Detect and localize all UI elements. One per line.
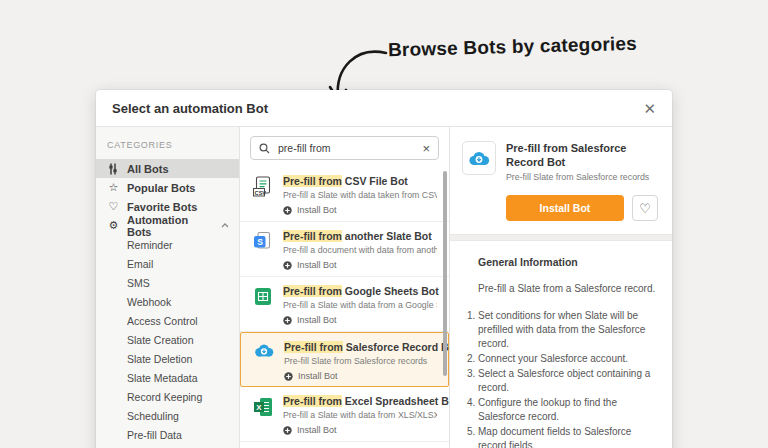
detail-subtitle: Pre-fill Slate from Salesforce records xyxy=(506,172,660,183)
svg-text:X: X xyxy=(256,403,262,412)
bot-detail-header: Pre-fill from Salesforce Record Bot Pre-… xyxy=(450,127,672,193)
install-bot-action[interactable]: Install Bot xyxy=(284,371,436,381)
salesforce-cloud-icon xyxy=(462,141,496,175)
sidebar-subitem-slate-creation[interactable]: Slate Creation xyxy=(96,330,239,349)
modal-body: CATEGORIES All Bots ☆ Popular Bots ♡ Fav… xyxy=(96,127,672,448)
install-bot-action[interactable]: Install Bot xyxy=(283,205,437,215)
sidebar-item-label: All Bots xyxy=(127,163,169,175)
page: { "annotation": { "text": "Browse Bots b… xyxy=(0,0,768,448)
setup-steps-list: Set conditions for when Slate will be pr… xyxy=(462,309,659,448)
install-label: Install Bot xyxy=(298,371,338,381)
install-icon xyxy=(283,261,292,270)
setup-step: Set conditions for when Slate will be pr… xyxy=(478,309,659,351)
sidebar-subitem-slate-deletion[interactable]: Slate Deletion xyxy=(96,349,239,368)
bot-row-csv-file[interactable]: CSV Pre-fill from CSV File Bot Pre-fill … xyxy=(240,167,449,222)
sidebar-item-all-bots[interactable]: All Bots xyxy=(96,159,239,178)
sidebar-subitem-scheduling[interactable]: Scheduling xyxy=(96,406,239,425)
categories-header: CATEGORIES xyxy=(96,140,239,159)
heart-icon: ♡ xyxy=(107,201,120,212)
bot-info: Pre-fill from CSV File Bot Pre-fill a Sl… xyxy=(283,175,437,221)
setup-step: Connect your Salesforce account. xyxy=(478,352,659,366)
detail-actions: Install Bot ♡ xyxy=(450,193,672,234)
bot-title: Pre-fill from CSV File Bot xyxy=(283,175,437,188)
install-label: Install Bot xyxy=(297,425,337,435)
install-bot-action[interactable]: Install Bot xyxy=(283,315,437,325)
sidebar-subitem-webhook[interactable]: Webhook xyxy=(96,292,239,311)
categories-sidebar: CATEGORIES All Bots ☆ Popular Bots ♡ Fav… xyxy=(96,127,240,448)
bot-description: Pre-fill Slate from Salesforce records xyxy=(284,356,436,367)
bot-info: Pre-fill from another Slate Bot Pre-fill… xyxy=(283,230,437,276)
bot-detail-panel: Pre-fill from Salesforce Record Bot Pre-… xyxy=(450,127,672,448)
install-icon xyxy=(283,316,292,325)
general-information-section: General Information Pre-fill a Slate fro… xyxy=(450,241,672,448)
close-icon[interactable]: ✕ xyxy=(643,101,656,116)
bot-list-panel: × CSV Pre-fill from CSV File Bot xyxy=(240,127,450,448)
install-label: Install Bot xyxy=(297,260,337,270)
section-divider xyxy=(450,234,672,241)
general-information-title: General Information xyxy=(478,255,659,270)
sidebar-item-label: Favorite Bots xyxy=(127,201,197,213)
bot-intro-text: Pre-fill a Slate from a Salesforce recor… xyxy=(478,282,659,296)
svg-text:S: S xyxy=(257,237,263,247)
bot-title: Pre-fill from Google Sheets Bot xyxy=(283,285,437,298)
setup-step: Select a Salesforce object containing a … xyxy=(478,367,659,395)
bot-title: Pre-fill from Salesforce Record Bot xyxy=(284,341,436,354)
setup-step: Map document fields to Salesforce record… xyxy=(478,425,659,448)
install-bot-action[interactable]: Install Bot xyxy=(283,425,437,435)
bot-description: Pre-fill a Slate with data taken from CS… xyxy=(283,190,437,201)
bot-row-google-sheets[interactable]: Pre-fill from Google Sheets Bot Pre-fill… xyxy=(240,277,449,332)
bot-description: Pre-fill a Slate with data from a Google… xyxy=(283,300,437,311)
csv-file-icon: CSV xyxy=(252,175,274,221)
install-icon xyxy=(283,206,292,215)
sliders-icon xyxy=(107,163,120,175)
clear-search-icon[interactable]: × xyxy=(422,142,430,155)
sidebar-subitem-reminder[interactable]: Reminder xyxy=(96,235,239,254)
bot-info: Pre-fill from Excel Spreadsheet Bot Pre-… xyxy=(283,395,437,441)
star-icon: ☆ xyxy=(107,182,120,193)
svg-text:CSV: CSV xyxy=(255,190,267,196)
install-bot-action[interactable]: Install Bot xyxy=(283,260,437,270)
sidebar-item-popular-bots[interactable]: ☆ Popular Bots xyxy=(96,178,239,197)
list-scrollbar[interactable] xyxy=(443,171,447,376)
sidebar-item-label: Automation Bots xyxy=(127,214,214,238)
sidebar-subitem-slate-metadata[interactable]: Slate Metadata xyxy=(96,368,239,387)
slate-doc-icon: S xyxy=(252,230,274,276)
search-input[interactable] xyxy=(276,141,416,155)
bot-title: Pre-fill from Excel Spreadsheet Bot xyxy=(283,395,437,408)
modal-header: Select an automation Bot ✕ xyxy=(96,90,672,127)
sidebar-item-label: Popular Bots xyxy=(127,182,195,194)
search-box: × xyxy=(250,136,439,160)
bot-row-another-slate[interactable]: S Pre-fill from another Slate Bot Pre-fi… xyxy=(240,222,449,277)
annotation-browse-bots: Browse Bots by categories xyxy=(388,33,637,62)
install-label: Install Bot xyxy=(297,315,337,325)
install-icon xyxy=(283,426,292,435)
modal-title: Select an automation Bot xyxy=(112,101,268,116)
bot-row-salesforce-record[interactable]: Pre-fill from Salesforce Record Bot Pre-… xyxy=(240,332,449,387)
bot-description: Pre-fill a Slate with data from XLS/XLSX… xyxy=(283,410,437,421)
salesforce-cloud-icon xyxy=(253,341,275,386)
favorite-heart-button[interactable]: ♡ xyxy=(632,195,658,221)
sidebar-subitem-access-control[interactable]: Access Control xyxy=(96,311,239,330)
bot-list: CSV Pre-fill from CSV File Bot Pre-fill … xyxy=(240,167,449,448)
setup-step: Configure the lookup to find the Salesfo… xyxy=(478,396,659,424)
bot-info: Pre-fill from Google Sheets Bot Pre-fill… xyxy=(283,285,437,331)
bot-detail-titles: Pre-fill from Salesforce Record Bot Pre-… xyxy=(506,141,660,183)
sidebar-subitem-record-keeping[interactable]: Record Keeping xyxy=(96,387,239,406)
sidebar-subitem-email[interactable]: Email xyxy=(96,254,239,273)
sidebar-item-automation-bots[interactable]: ⚙ Automation Bots xyxy=(96,216,239,235)
excel-icon: X xyxy=(252,395,274,441)
install-bot-button[interactable]: Install Bot xyxy=(506,195,624,221)
search-area: × xyxy=(240,127,449,167)
install-icon xyxy=(284,372,293,381)
install-label: Install Bot xyxy=(297,205,337,215)
sidebar-subitem-sms[interactable]: SMS xyxy=(96,273,239,292)
bot-info: Pre-fill from Salesforce Record Bot Pre-… xyxy=(284,341,436,386)
search-icon xyxy=(259,143,270,154)
chevron-up-icon xyxy=(221,223,229,228)
bot-description: Pre-fill a document with data from anoth… xyxy=(283,245,437,256)
bot-row-excel-spreadsheet[interactable]: X Pre-fill from Excel Spreadsheet Bot Pr… xyxy=(240,387,449,442)
bot-title: Pre-fill from another Slate Bot xyxy=(283,230,437,243)
google-sheets-icon xyxy=(252,285,274,331)
sidebar-subitem-pre-fill-data[interactable]: Pre-fill Data xyxy=(96,425,239,444)
detail-title: Pre-fill from Salesforce Record Bot xyxy=(506,141,660,169)
